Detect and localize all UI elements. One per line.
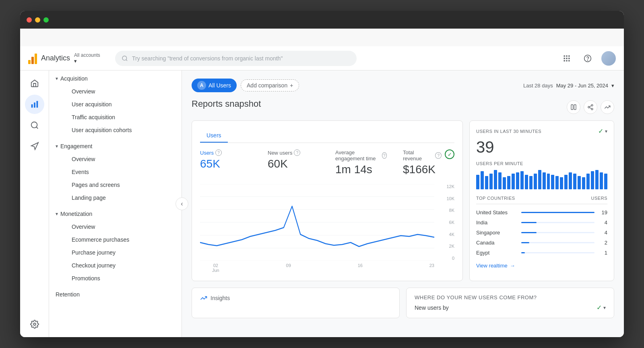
svg-point-18 (33, 323, 36, 325)
nav-monetization-overview[interactable]: Overview (62, 220, 182, 233)
acquisition-header[interactable]: ▾ Acquisition (49, 72, 182, 85)
svg-point-0 (122, 56, 127, 60)
app-name: Analytics (41, 54, 70, 62)
user-avatar[interactable] (601, 51, 616, 66)
svg-rect-20 (574, 105, 576, 110)
advertising-icon (30, 142, 39, 151)
nav-user-acquisition-cohorts[interactable]: User acquisition cohorts (62, 124, 182, 137)
maximize-button[interactable] (43, 17, 49, 23)
nav-icon-advertising[interactable] (25, 137, 44, 156)
close-button[interactable] (27, 17, 32, 23)
svg-point-23 (591, 108, 593, 110)
insights-label: Insights (211, 295, 230, 301)
mini-bar-item (573, 174, 576, 189)
nav-user-acquisition[interactable]: User acquisition (62, 98, 182, 111)
accounts-chevron-icon: ▾ (74, 58, 77, 64)
mini-bar-item (525, 175, 528, 189)
nav-landing-page[interactable]: Landing page (62, 191, 182, 204)
nav-events[interactable]: Events (62, 166, 182, 178)
retention-header[interactable]: Retention (49, 288, 182, 301)
mini-bar-item (485, 176, 488, 189)
bottom-row: Insights WHERE DO YOUR NEW USERS COME FR… (192, 288, 614, 318)
add-comparison-label: Add comparison (247, 82, 287, 89)
chart-y-labels: 12K 10K 8K 6K 4K 2K 0 (446, 184, 454, 261)
mini-bar-item (529, 176, 533, 189)
x-label-jun2: 02Jun (212, 263, 219, 273)
sidebar-nav: ▾ Acquisition Overview User acquisition (49, 70, 182, 337)
nav-traffic-acquisition[interactable]: Traffic acquisition (62, 111, 182, 124)
country-bar (521, 252, 525, 253)
engagement-header[interactable]: ▾ Engagement (49, 140, 182, 153)
svg-rect-8 (564, 60, 565, 61)
realtime-check[interactable]: ✓ ▾ (598, 127, 607, 135)
help-button[interactable] (580, 51, 595, 66)
trend-icon (604, 104, 611, 110)
segment-a-badge: A (197, 81, 206, 90)
realtime-number: 39 (476, 138, 607, 156)
mini-bar-item (547, 174, 550, 189)
metric-users-label: Users ? (200, 149, 252, 156)
svg-rect-19 (571, 105, 573, 110)
mini-bar-item (520, 171, 524, 189)
all-users-pill[interactable]: A All Users (192, 79, 237, 92)
country-row: Canada 2 (476, 238, 607, 248)
svg-line-25 (590, 106, 592, 107)
columns-view-button[interactable] (567, 100, 580, 114)
svg-rect-9 (566, 60, 567, 61)
nav-acquisition-overview[interactable]: Overview (62, 85, 182, 98)
chart-tab-users[interactable]: Users (200, 129, 228, 143)
nav-icon-settings[interactable] (25, 315, 44, 334)
nav-icon-reports[interactable] (25, 95, 44, 114)
nav-promotions[interactable]: Promotions (62, 272, 182, 285)
nav-icon-explore[interactable] (25, 116, 44, 135)
nav-purchase-journey[interactable]: Purchase journey (62, 246, 182, 259)
revenue-info-icon[interactable]: ? (435, 152, 442, 159)
realtime-card: USERS IN LAST 30 MINUTES ✓ ▾ 39 USERS PE… (469, 120, 614, 281)
country-row: Egypt 1 (476, 248, 607, 258)
date-range-picker[interactable]: Last 28 days May 29 - Jun 25, 2024 ▾ (523, 83, 614, 89)
new-users-dropdown[interactable]: ✓ ▾ (597, 304, 606, 311)
view-realtime-link[interactable]: View realtime → (476, 263, 607, 269)
nav-pages-screens[interactable]: Pages and screens (62, 178, 182, 191)
monetization-header[interactable]: ▾ Monetization (49, 207, 182, 220)
countries-header: TOP COUNTRIES USERS (476, 196, 607, 204)
country-bar (521, 242, 529, 243)
share-button[interactable] (584, 100, 597, 114)
x-label-jun23: 23 (429, 263, 434, 273)
realtime-check-icon: ✓ (598, 127, 603, 135)
snapshot-header-row: Reports snapshot (192, 99, 614, 116)
new-users-info-icon[interactable]: ? (294, 149, 300, 156)
mini-bar-item (481, 171, 484, 189)
engagement-chevron: ▾ (56, 143, 58, 149)
minimize-button[interactable] (35, 17, 40, 23)
acquisition-section: ▾ Acquisition Overview User acquisition (49, 70, 182, 138)
nav-ecommerce-purchases[interactable]: Ecommerce purchases (62, 233, 182, 246)
country-bar-wrap (521, 222, 594, 223)
y-label-2k: 2K (446, 244, 454, 249)
explore-icon (30, 121, 39, 130)
engagement-info-icon[interactable]: ? (382, 152, 387, 159)
nav-label: Traffic acquisition (72, 114, 115, 120)
users-info-icon[interactable]: ? (215, 149, 222, 156)
nav-icon-home[interactable] (25, 74, 44, 93)
content-header: A All Users Add comparison + Last 28 day… (192, 79, 614, 92)
apps-button[interactable] (559, 51, 574, 66)
accounts-dropdown[interactable]: All accounts ▾ (74, 52, 100, 64)
mini-bar-item (512, 174, 515, 189)
main-content: A All Users Add comparison + Last 28 day… (182, 70, 624, 337)
add-comparison-button[interactable]: Add comparison + (241, 79, 299, 91)
trend-button[interactable] (601, 100, 614, 114)
country-row: India 4 (476, 218, 607, 228)
collapse-sidebar-button[interactable]: ‹ (175, 197, 188, 210)
y-label-6k: 6K (446, 220, 454, 225)
new-users-title: WHERE DO YOUR NEW USERS COME FROM? (415, 294, 606, 300)
nav-engagement-overview[interactable]: Overview (62, 153, 182, 166)
search-bar[interactable]: Try searching "trend of conversions from… (115, 51, 357, 66)
acquisition-label: Acquisition (60, 75, 88, 82)
mini-bar-item (564, 175, 568, 189)
nav-checkout-journey[interactable]: Checkout journey (62, 259, 182, 272)
retention-section: Retention (49, 286, 182, 302)
topbar: Analytics All accounts ▾ Try searching "… (20, 46, 624, 70)
svg-point-21 (591, 104, 593, 106)
settings-icon (30, 320, 39, 329)
